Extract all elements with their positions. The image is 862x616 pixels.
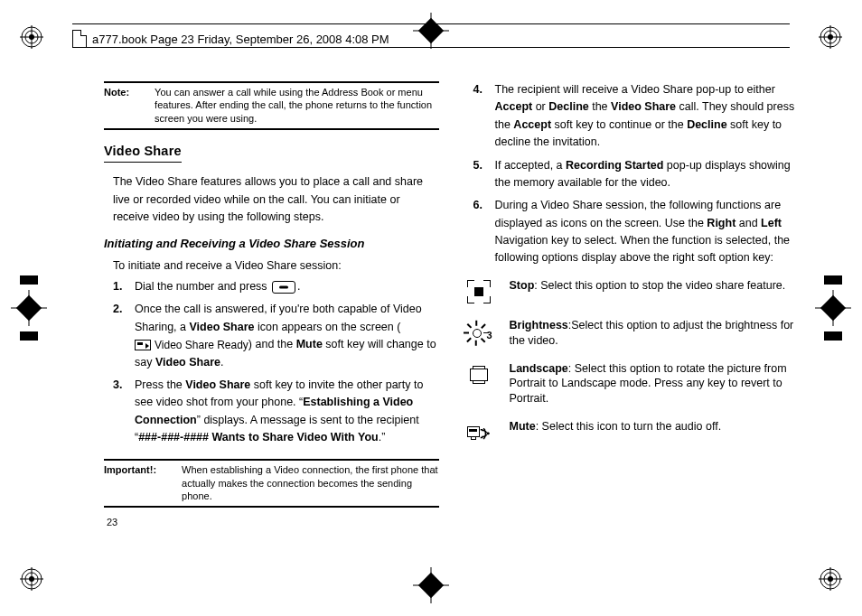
header-text: a777.book Page 23 Friday, September 26, …: [92, 33, 389, 46]
registration-mark-icon: [20, 567, 43, 591]
section-lead: To initiate and receive a Video Share se…: [113, 257, 439, 275]
icon-option-list: Stop: Select this option to stop the vid…: [464, 278, 800, 459]
send-key-icon: [272, 281, 295, 294]
steps-list-right: 4. The recipient will receive a Video Sh…: [473, 81, 800, 273]
registration-mark-icon: [819, 25, 842, 49]
mute-icon: ⦔: [464, 419, 493, 446]
column-right: 4. The recipient will receive a Video Sh…: [464, 81, 800, 535]
icon-row-mute: ⦔ Mute: Select this icon to turn the aud…: [464, 419, 800, 446]
step-2: 2. Once the call is answered, if you're …: [113, 301, 439, 371]
crop-mark-left: [11, 275, 47, 341]
subsection-title: Initiating and Receiving a Video Share S…: [104, 235, 439, 253]
video-share-ready-icon: Video Share Ready: [135, 337, 248, 354]
crop-mark-bottom: [413, 567, 449, 603]
column-left: Note: You can answer a call while using …: [104, 81, 439, 535]
step-1: 1. Dial the number and press .: [113, 278, 439, 295]
brightness-icon: 3: [464, 318, 493, 345]
step-5: 5. If accepted, a Recording Started pop-…: [473, 157, 800, 192]
crop-mark-right: [815, 275, 851, 341]
important-block: Important!: When establishing a Video co…: [104, 459, 439, 508]
note-label: Note:: [104, 86, 129, 125]
header-rule: [72, 47, 790, 48]
icon-row-landscape: Landscape: Select this option to rotate …: [464, 361, 800, 407]
important-label: Important!:: [104, 463, 156, 502]
important-body: When establishing a Video connection, th…: [156, 463, 438, 502]
registration-mark-icon: [20, 25, 43, 49]
section-title: Video Share: [104, 141, 182, 163]
landscape-icon: [464, 361, 493, 388]
print-header: a777.book Page 23 Friday, September 26, …: [72, 23, 790, 48]
page-number: 23: [107, 517, 117, 527]
note-body: You can answer a call while using the Ad…: [129, 86, 438, 125]
step-3: 3. Press the Video Share soft key to inv…: [113, 377, 439, 447]
steps-list-left: 1. Dial the number and press . 2. Once t…: [113, 278, 439, 452]
registration-mark-icon: [819, 567, 842, 591]
section-intro: The Video Share features allows you to p…: [113, 173, 439, 226]
icon-row-stop: Stop: Select this option to stop the vid…: [464, 278, 800, 305]
step-4: 4. The recipient will receive a Video Sh…: [473, 81, 800, 152]
stop-icon: [464, 278, 493, 305]
page-content: Note: You can answer a call while using …: [104, 81, 799, 535]
icon-row-brightness: 3 Brightness:Select this option to adjus…: [464, 318, 800, 349]
step-6: 6. During a Video Share session, the fol…: [473, 197, 800, 267]
note-block: Note: You can answer a call while using …: [104, 81, 439, 130]
page-icon: [72, 30, 87, 48]
